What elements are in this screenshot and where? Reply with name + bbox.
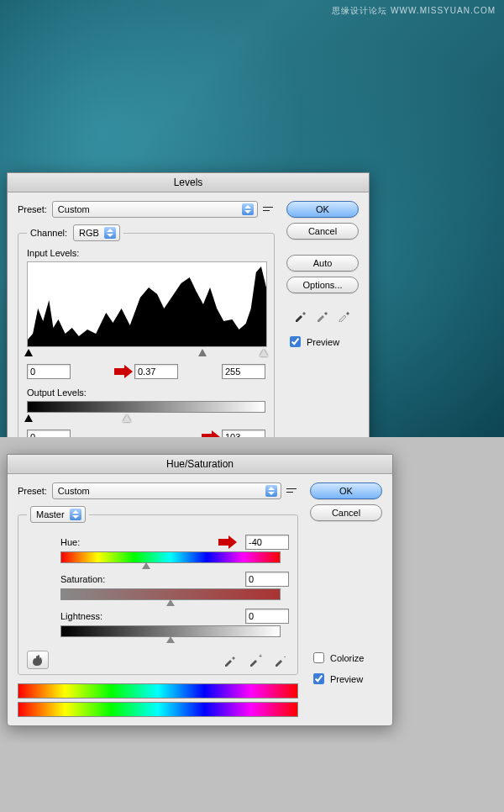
lightness-slider[interactable] [60,625,281,637]
eyedropper-icon[interactable] [222,651,239,668]
hue-spectrum-top [18,683,298,699]
saturation-field[interactable] [245,572,289,587]
eyedropper-white-icon[interactable] [336,307,353,324]
channel-fieldset: Channel: RGB Input Levels: [18,224,275,437]
ok-button[interactable]: OK [286,201,359,218]
eyedropper-gray-icon[interactable] [314,307,331,324]
auto-button[interactable]: Auto [286,255,359,272]
hue-field[interactable] [245,535,289,550]
preset-label: Preset: [18,486,47,496]
huesat-fieldset: Master Hue: Saturation: [18,506,298,675]
output-slider[interactable] [27,414,265,424]
lightness-label: Lightness: [60,611,119,621]
eyedropper-black-icon[interactable] [292,307,309,324]
preview-checkbox[interactable] [290,336,301,347]
input-black-field[interactable] [27,364,71,379]
watermark-text: 思缘设计论坛 WWW.MISSYUAN.COM [332,5,496,17]
white-point-handle[interactable] [260,349,268,356]
output-gradient [27,401,265,413]
channel-label: Channel: [30,228,67,238]
edit-select[interactable]: Master [30,506,86,523]
output-black-handle[interactable] [24,414,33,422]
dropdown-caret-icon [104,227,116,239]
histogram [27,261,267,347]
lightness-field[interactable] [245,609,289,624]
channel-select[interactable]: RGB [73,224,120,241]
saturation-handle[interactable] [166,599,175,606]
saturation-label: Saturation: [60,574,119,584]
hue-label: Hue: [60,537,119,547]
output-white-field[interactable] [222,430,265,437]
preset-menu-icon[interactable] [263,205,275,214]
eyedropper-subtract-icon[interactable]: - [272,651,289,668]
preset-select[interactable]: Custom [52,482,281,499]
gamma-handle[interactable] [198,349,207,356]
edit-value: Master [36,509,65,519]
preset-label: Preset: [18,204,47,214]
svg-text:-: - [284,653,286,659]
eyedropper-add-icon[interactable]: + [247,651,264,668]
input-slider[interactable] [27,349,265,359]
hue-handle[interactable] [142,562,150,569]
preset-value: Custom [58,486,260,496]
preview-label: Preview [307,337,339,347]
svg-text:+: + [259,653,262,659]
ok-button[interactable]: OK [310,482,382,499]
dropdown-caret-icon [265,485,277,497]
output-white-handle[interactable] [123,414,131,422]
lightness-handle[interactable] [166,636,175,643]
levels-dialog: Levels Preset: Custom Channel: RGB [7,172,370,437]
input-levels-label: Input Levels: [27,248,265,258]
hue-saturation-dialog: Hue/Saturation Preset: Custom Master [7,454,393,726]
cancel-button[interactable]: Cancel [286,223,359,240]
hue-slider[interactable] [60,551,281,563]
cancel-button[interactable]: Cancel [310,504,382,521]
background-image: 思缘设计论坛 WWW.MISSYUAN.COM Levels Preset: C… [0,0,504,437]
output-levels-label: Output Levels: [27,388,265,398]
colorize-label: Colorize [330,653,364,663]
colorize-checkbox[interactable] [313,652,324,663]
black-point-handle[interactable] [24,349,33,356]
huesat-titlebar[interactable]: Hue/Saturation [8,455,392,474]
dropdown-caret-icon [242,203,254,215]
input-gamma-field[interactable] [134,364,178,379]
arrow-icon [218,536,237,548]
levels-titlebar[interactable]: Levels [8,173,369,192]
preview-checkbox[interactable] [313,673,324,684]
arrow-icon [202,431,220,437]
preview-label: Preview [330,674,363,684]
dropdown-caret-icon [70,509,81,520]
saturation-slider[interactable] [60,588,281,600]
options-button[interactable]: Options... [286,277,359,293]
hue-spectrum-bottom [18,702,298,717]
preset-value: Custom [58,204,237,214]
input-white-field[interactable] [222,364,265,379]
channel-value: RGB [79,228,99,238]
preset-menu-icon[interactable] [286,487,298,495]
output-black-field[interactable] [27,430,71,437]
scrubby-hand-icon[interactable] [27,651,49,669]
arrow-icon [114,366,133,377]
preset-select[interactable]: Custom [52,201,258,218]
